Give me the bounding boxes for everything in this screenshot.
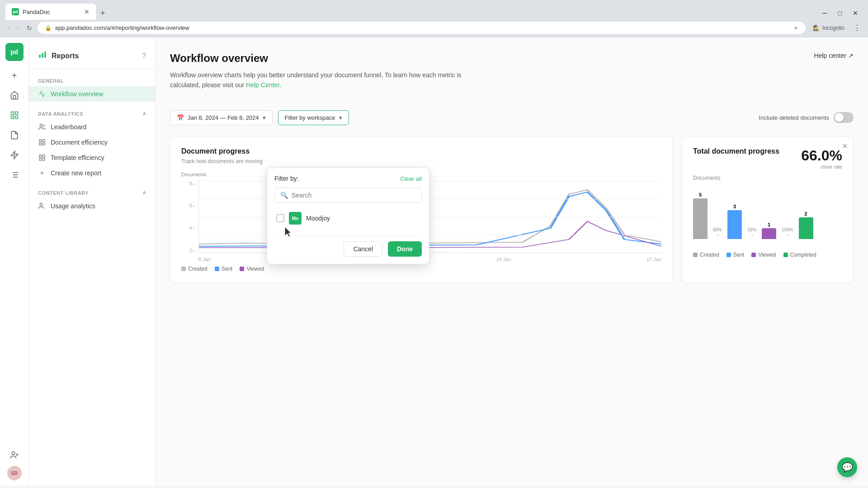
sidebar-item-document-efficiency[interactable]: Document efficiency [29,135,155,150]
grid-nav-button[interactable] [5,166,24,184]
home-nav-button[interactable] [5,86,24,104]
svg-rect-18 [39,140,42,142]
app-logo: pd [5,43,24,61]
sidebar-item-usage-analytics[interactable]: Usage analytics [29,198,155,214]
workspace-filter-button[interactable]: Filter by workspace ▾ [278,110,349,125]
back-button[interactable]: ‹ [5,22,11,34]
total-chart-legend: Created Sent Viewed Completed [693,252,842,258]
sidebar-item-template-efficiency[interactable]: Template efficiency [29,150,155,165]
chat-icon: 💬 [842,462,853,473]
svg-rect-22 [39,155,42,157]
workspace-option-label: Moodjoy [306,215,330,222]
date-chevron-icon: ▾ [263,114,266,121]
content-library-section-header: CONTENT LIBRARY ∧ [29,184,155,198]
document-efficiency-icon [38,138,46,146]
filter-dropdown-title: Filter by: [274,175,299,182]
data-analytics-section-header: DATA ANALYTICS ∧ [29,105,155,119]
svg-rect-21 [39,143,42,145]
help-icon[interactable]: ? [142,52,146,60]
svg-rect-25 [39,158,42,160]
close-window-button[interactable]: ✕ [848,8,863,18]
filter-done-button[interactable]: Done [388,241,422,257]
page-title: Workflow overview [170,52,477,65]
create-report-icon: + [38,169,46,177]
sidebar-item-label: Usage analytics [51,202,95,210]
deleted-docs-toggle-group: Include deleted documents [759,112,854,123]
svg-point-11 [12,452,15,455]
forward-button[interactable]: › [15,22,21,34]
new-tab-button[interactable]: + [96,7,110,20]
svg-rect-0 [11,112,14,115]
sidebar-item-label: Document efficiency [51,139,108,146]
documents-label: Documents [693,175,842,181]
minimize-button[interactable]: ─ [817,8,831,18]
calendar-icon: 📅 [177,114,184,121]
collapse-data-analytics-icon[interactable]: ∧ [142,111,146,117]
svg-rect-19 [42,140,45,142]
docs-nav-button[interactable] [5,126,24,144]
page-description: Workflow overview charts help you better… [170,70,477,90]
incognito-indicator: 🕵 Incognito [809,23,848,33]
extensions-button[interactable]: ⋮ [852,22,863,34]
workspace-filter-label: Filter by workspace [285,114,335,121]
add-button[interactable]: + [5,66,24,84]
percentage-label: 66.0% [801,147,842,164]
doc-progress-desc: Track how documents are moving [181,158,661,164]
user-avatar[interactable]: SD [7,466,22,480]
reload-button[interactable]: ↻ [25,23,34,33]
y-axis: 8– 6– 4– 2– [181,181,195,253]
sidebar-item-label: Create new report [51,169,101,177]
close-rate-label: close rate [801,164,842,169]
sidebar-item-label: Workflow overview [51,90,103,98]
sidebar-item-workflow-overview[interactable]: Workflow overview [29,86,155,102]
svg-marker-4 [11,151,18,159]
general-section-header: GENERAL [29,73,155,86]
search-icon: 🔍 [280,192,288,199]
leaderboard-icon [38,123,46,131]
sidebar-header-title: Reports [52,52,79,60]
help-center-button[interactable]: Help center ↗ [814,52,854,59]
sidebar-item-leaderboard[interactable]: Leaderboard [29,119,155,135]
svg-point-26 [40,203,42,206]
sidebar-item-create-new-report[interactable]: + Create new report [29,165,155,181]
tab-close-button[interactable]: ✕ [84,8,90,15]
add-user-button[interactable] [5,446,24,464]
filter-cancel-button[interactable]: Cancel [344,241,382,257]
workspace-checkbox[interactable] [276,214,284,222]
deleted-docs-label: Include deleted documents [759,114,829,121]
workspace-search-input[interactable] [292,192,416,199]
svg-rect-23 [42,155,45,157]
maximize-button[interactable]: □ [834,8,846,18]
svg-rect-24 [42,158,45,160]
bolt-nav-button[interactable] [5,146,24,164]
template-efficiency-icon [38,154,46,162]
date-range-label: Jan 8, 2024 — Feb 8, 2024 [188,114,259,121]
svg-point-17 [40,124,42,127]
reports-icon [38,50,47,61]
workspace-avatar: Mo [289,212,302,225]
help-center-link[interactable]: Help Center [246,81,279,89]
tab-title: PandaDoc [23,9,50,15]
svg-rect-16 [44,52,46,57]
chat-widget-button[interactable]: 💬 [837,457,857,477]
svg-rect-3 [11,116,14,119]
total-progress-title: Total document progress [693,147,779,155]
svg-rect-1 [15,112,18,115]
address-bar-url: app.pandadoc.com/a/#/reporting/workflow-… [55,24,790,31]
address-bar[interactable]: 🔒 app.pandadoc.com/a/#/reporting/workflo… [38,22,806,34]
date-range-filter[interactable]: 📅 Jan 8, 2024 — Feb 8, 2024 ▾ [170,110,273,125]
pandadoc-tab-icon: pd [12,8,19,15]
workspace-chevron-icon: ▾ [339,114,342,121]
usage-analytics-icon [38,202,46,210]
collapse-content-library-icon[interactable]: ∧ [142,190,146,196]
close-total-progress[interactable]: ✕ [842,142,848,150]
clear-all-button[interactable]: Clear all [400,175,422,182]
workflow-overview-icon [38,90,46,98]
search-input-wrap: 🔍 [274,188,422,203]
reports-nav-button[interactable] [5,106,24,124]
sidebar-item-label: Leaderboard [51,123,86,131]
deleted-docs-toggle[interactable] [834,112,854,123]
svg-rect-2 [15,116,18,119]
workspace-option-moodjoy[interactable]: Mo Moodjoy [274,208,422,228]
svg-rect-15 [42,53,43,58]
